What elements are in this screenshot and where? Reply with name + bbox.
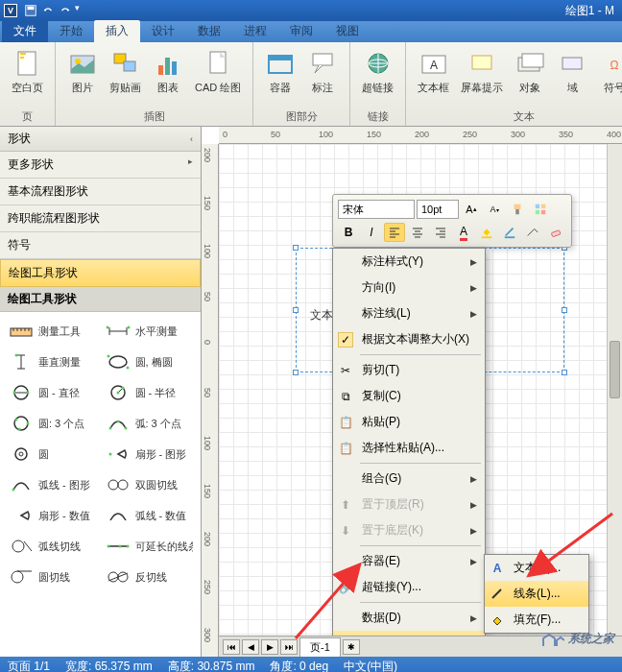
file-tab[interactable]: 文件 — [2, 20, 48, 42]
font-size-input[interactable] — [417, 200, 459, 219]
submenu-line[interactable]: 线条(L)... — [485, 581, 588, 607]
font-color-icon[interactable]: A — [453, 223, 474, 242]
shape-item-arc-tan[interactable]: 弧线切线 — [4, 531, 101, 562]
canvas[interactable]: 文本 A▴ A▾ B I A — [219, 144, 622, 636]
align-center-icon[interactable] — [407, 223, 428, 242]
shape-item-v-measure[interactable]: 垂直测量 — [4, 347, 101, 377]
symbol-button[interactable]: Ω符号 — [595, 46, 622, 97]
cm-T[interactable]: ✂剪切(T) — [333, 357, 485, 383]
picture-button[interactable]: 图片 — [63, 46, 102, 97]
container-button[interactable]: 容器 — [261, 46, 299, 97]
page-last-icon[interactable]: ⏭ — [280, 639, 298, 655]
cm-E[interactable]: 容器(E)▶ — [333, 548, 485, 574]
more-shapes[interactable]: 更多形状 ▸ — [0, 152, 201, 179]
cm-P[interactable]: 📋粘贴(P) — [333, 409, 485, 435]
svg-rect-62 — [482, 236, 492, 238]
hyperlink-button[interactable]: 超链接 — [358, 46, 397, 97]
shape-item-rev-tan[interactable]: 反切线 — [101, 562, 198, 592]
cm-D[interactable]: 数据(D)▶ — [333, 605, 485, 631]
tab-review[interactable]: 审阅 — [278, 20, 324, 42]
resize-handle-tl[interactable] — [293, 245, 299, 251]
scrollbar-thumb[interactable] — [610, 341, 620, 398]
svg-point-42 — [124, 427, 127, 430]
format-painter-icon[interactable] — [507, 200, 528, 219]
cm-Y[interactable]: 🔗超链接(Y)... — [333, 574, 485, 600]
clipart-button[interactable]: 剪贴画 — [106, 46, 145, 97]
field-button[interactable]: 域 — [553, 46, 591, 97]
textbox-button[interactable]: A文本框 — [414, 46, 453, 97]
page-tab-1[interactable]: 页-1 — [299, 637, 341, 657]
blank-icon — [338, 611, 353, 626]
redo-icon[interactable] — [58, 3, 73, 18]
styles-icon[interactable] — [530, 200, 551, 219]
cm-C[interactable]: ⧉复制(C) — [333, 383, 485, 409]
shape-item-circle-d[interactable]: 圆 - 直径 — [4, 377, 101, 408]
cm-X[interactable]: ✓根据文本调整大小(X) — [333, 326, 485, 352]
blank-page-button[interactable]: 空白页 — [8, 46, 47, 97]
screentip-button[interactable]: 屏幕提示 — [457, 46, 507, 97]
shapes-cat-crossfunc[interactable]: 跨职能流程图形状 — [0, 205, 201, 232]
undo-icon[interactable] — [40, 3, 56, 18]
cm-Y[interactable]: 标注样式(Y)▶ — [333, 249, 485, 275]
page-next-icon[interactable]: ▶ — [261, 639, 278, 655]
chart-button[interactable]: 图表 — [149, 46, 187, 97]
shape-item-circle[interactable]: 圆 — [4, 439, 101, 469]
submenu-fill[interactable]: 填充(F)... — [485, 607, 588, 633]
qat-dropdown-icon[interactable]: ▾ — [75, 3, 80, 18]
tab-home[interactable]: 开始 — [48, 20, 94, 42]
shape-item-arc-n[interactable]: 弧线 - 数值 — [101, 500, 198, 531]
shapes-cat-symbols[interactable]: 符号 — [0, 232, 201, 259]
shapes-cat-basic[interactable]: 基本流程图形状 — [0, 179, 201, 205]
shape-item-arc3[interactable]: 弧: 3 个点 — [101, 408, 198, 439]
callout-button[interactable]: 标注 — [303, 46, 342, 97]
page-add-icon[interactable]: ✱ — [343, 639, 360, 655]
shape-item-arc-g[interactable]: 弧线 - 图形 — [4, 469, 101, 500]
shape-item-h-measure[interactable]: 水平测量 — [101, 316, 198, 347]
tab-design[interactable]: 设计 — [140, 20, 186, 42]
align-left-icon[interactable] — [384, 223, 405, 242]
shape-item-circle3[interactable]: 圆: 3 个点 — [4, 408, 101, 439]
font-family-input[interactable] — [338, 200, 415, 219]
shapes-panel-header[interactable]: 形状 ‹ — [0, 127, 201, 152]
status-width: 宽度: 65.375 mm — [65, 659, 153, 673]
fill-color-icon[interactable] — [476, 223, 497, 242]
cad-button[interactable]: CAD 绘图 — [191, 46, 245, 97]
save-icon[interactable] — [23, 3, 38, 18]
tab-process[interactable]: 进程 — [232, 20, 278, 42]
shape-item-dbl-tangent[interactable]: 双圆切线 — [101, 469, 198, 500]
shape-item-circle-r[interactable]: 圆 - 半径 — [101, 377, 198, 408]
vertical-scrollbar[interactable] — [607, 144, 622, 636]
tab-view[interactable]: 视图 — [324, 20, 371, 42]
page-first-icon[interactable]: ⏮ — [223, 639, 240, 655]
statusbar: 页面 1/1 宽度: 65.375 mm 高度: 30.875 mm 角度: 0… — [0, 657, 622, 672]
resize-handle-br[interactable] — [562, 370, 567, 375]
grow-font-icon[interactable]: A▴ — [461, 200, 482, 219]
line-style-icon[interactable] — [522, 223, 543, 242]
tab-insert[interactable]: 插入 — [94, 20, 140, 42]
page-prev-icon[interactable]: ◀ — [242, 639, 259, 655]
bold-icon[interactable]: B — [338, 223, 359, 242]
resize-handle-mr[interactable] — [562, 307, 567, 313]
resize-handle-ml[interactable] — [293, 307, 299, 313]
shape-item-ext-line[interactable]: 可延长的线条 — [101, 531, 198, 562]
submenu-text-a[interactable]: A文本(T)... — [485, 555, 588, 581]
cm-A[interactable]: 📋选择性粘贴(A)... — [333, 435, 485, 461]
resize-handle-bl[interactable] — [293, 370, 299, 375]
italic-icon[interactable]: I — [361, 223, 382, 242]
shape-item-ellipse[interactable]: 圆, 椭圆 — [101, 347, 198, 377]
object-button[interactable]: 对象 — [511, 46, 549, 97]
eraser-icon[interactable] — [545, 223, 566, 242]
cm-G[interactable]: 组合(G)▶ — [333, 466, 485, 492]
line-color-icon[interactable] — [499, 223, 520, 242]
rev-tan-icon — [105, 567, 132, 587]
shape-item-sector-g[interactable]: 扇形 - 图形 — [101, 439, 198, 469]
shape-item-circ-tan[interactable]: 圆切线 — [4, 562, 101, 592]
tab-data[interactable]: 数据 — [186, 20, 232, 42]
shapes-cat-drawing[interactable]: 绘图工具形状 — [0, 259, 201, 287]
align-right-icon[interactable] — [430, 223, 451, 242]
shrink-font-icon[interactable]: A▾ — [484, 200, 505, 219]
shape-item-measure[interactable]: 测量工具 — [4, 316, 101, 347]
cm-I[interactable]: 方向(I)▶ — [333, 275, 485, 300]
cm-L[interactable]: 标注线(L)▶ — [333, 300, 485, 326]
shape-item-sector-n[interactable]: 扇形 - 数值 — [4, 500, 101, 531]
